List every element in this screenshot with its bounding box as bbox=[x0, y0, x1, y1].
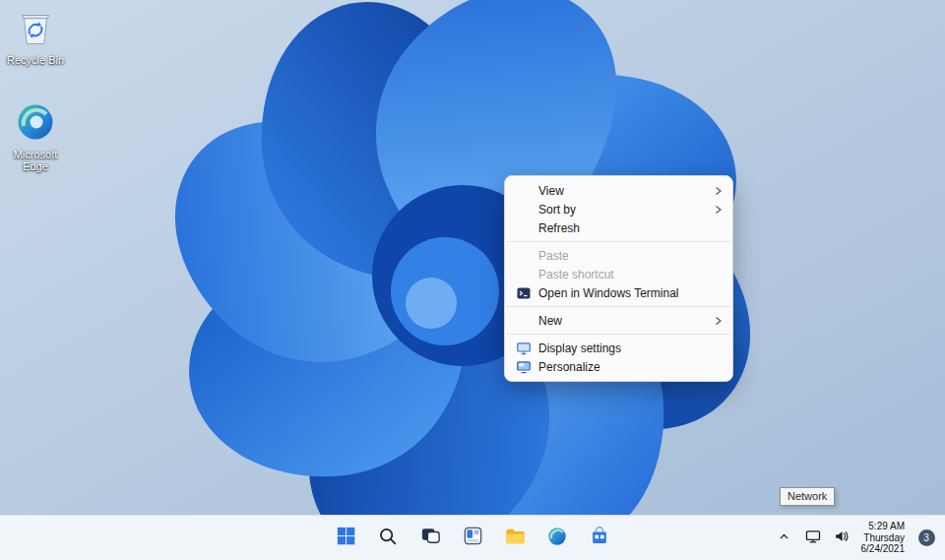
menu-item-display-settings[interactable]: Display settings bbox=[509, 339, 728, 357]
start-button[interactable] bbox=[329, 522, 362, 555]
personalize-icon bbox=[517, 360, 538, 374]
network-button[interactable] bbox=[802, 524, 824, 553]
notification-badge: 3 bbox=[918, 529, 935, 546]
clock-day: Thursday bbox=[861, 532, 906, 544]
terminal-icon bbox=[517, 286, 538, 300]
widgets-button[interactable] bbox=[456, 522, 489, 555]
chevron-right-icon bbox=[713, 186, 723, 196]
network-icon bbox=[805, 529, 821, 548]
desktop-icon-edge[interactable]: Microsoft Edge bbox=[4, 101, 67, 172]
desktop[interactable]: Recycle Bin Microsoft Edge View bbox=[0, 0, 945, 515]
desktop-icon-recycle-bin[interactable]: Recycle Bin bbox=[4, 5, 67, 66]
menu-item-paste-shortcut: Paste shortcut bbox=[509, 265, 728, 283]
network-tooltip: Network bbox=[780, 487, 835, 506]
search-icon bbox=[377, 526, 399, 551]
task-view-icon bbox=[419, 525, 442, 551]
file-explorer-button[interactable] bbox=[498, 522, 532, 555]
speaker-icon bbox=[834, 529, 850, 548]
taskbar: 5:29 AM Thursday 6/24/2021 3 bbox=[0, 515, 945, 560]
edge-icon bbox=[546, 526, 568, 551]
search-button[interactable] bbox=[371, 522, 405, 555]
taskbar-system-tray: 5:29 AM Thursday 6/24/2021 3 bbox=[774, 516, 940, 560]
windows-logo-icon bbox=[335, 525, 357, 551]
recycle-bin-icon bbox=[13, 5, 58, 52]
menu-item-paste: Paste bbox=[509, 246, 728, 265]
clock[interactable]: 5:29 AM Thursday 6/24/2021 bbox=[859, 521, 908, 555]
menu-separator bbox=[507, 241, 730, 242]
wallpaper-bloom bbox=[0, 0, 945, 515]
menu-item-new[interactable]: New bbox=[509, 311, 728, 330]
context-menu: View Sort by Refresh Paste Paste shortcu… bbox=[504, 175, 733, 382]
edge-button[interactable] bbox=[540, 522, 574, 555]
hidden-icons-button[interactable] bbox=[774, 524, 795, 553]
widgets-icon bbox=[462, 525, 484, 551]
desktop-icon-label: Microsoft Edge bbox=[5, 149, 66, 172]
chevron-right-icon bbox=[713, 205, 723, 215]
display-icon bbox=[517, 342, 538, 355]
chevron-right-icon bbox=[713, 316, 723, 326]
microsoft-store-button[interactable] bbox=[583, 522, 616, 555]
desktop-icon-label: Recycle Bin bbox=[5, 54, 66, 66]
volume-button[interactable] bbox=[831, 524, 852, 553]
taskbar-center-icons bbox=[329, 516, 616, 560]
store-bag-icon bbox=[589, 526, 610, 551]
menu-separator bbox=[507, 306, 730, 307]
chevron-up-icon bbox=[778, 529, 790, 547]
clock-time: 5:29 AM bbox=[861, 521, 906, 532]
notification-center-button[interactable]: 3 bbox=[914, 524, 939, 553]
menu-item-open-windows-terminal[interactable]: Open in Windows Terminal bbox=[509, 283, 728, 302]
menu-separator bbox=[507, 334, 730, 335]
task-view-button[interactable] bbox=[413, 522, 447, 555]
clock-date: 6/24/2021 bbox=[861, 543, 906, 555]
folder-icon bbox=[504, 525, 527, 551]
edge-icon bbox=[15, 101, 56, 147]
menu-item-personalize[interactable]: Personalize bbox=[509, 357, 728, 376]
menu-item-refresh[interactable]: Refresh bbox=[509, 218, 728, 237]
menu-item-sort-by[interactable]: Sort by bbox=[509, 200, 728, 218]
menu-item-view[interactable]: View bbox=[509, 181, 728, 200]
